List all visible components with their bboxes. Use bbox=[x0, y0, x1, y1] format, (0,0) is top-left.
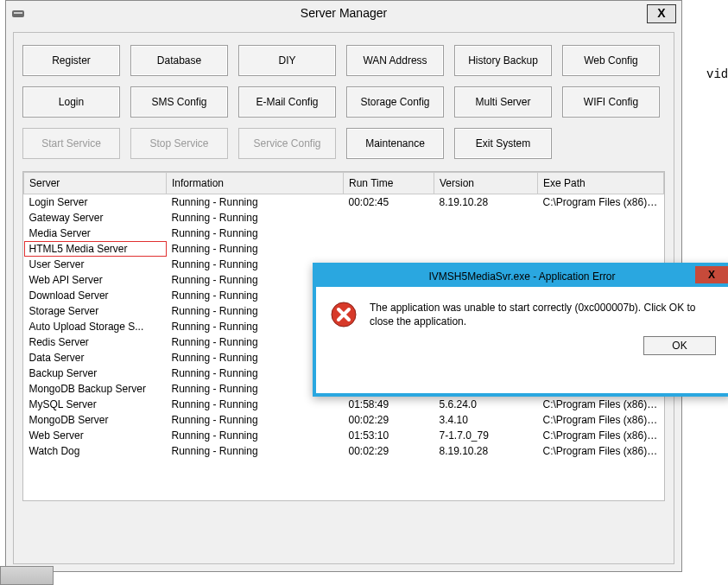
wan-address-button[interactable]: WAN Address bbox=[346, 45, 444, 76]
storage-config-button[interactable]: Storage Config bbox=[346, 86, 444, 118]
cell-ver bbox=[434, 210, 538, 226]
cell-path bbox=[538, 241, 664, 257]
cell-server: Login Server bbox=[24, 194, 167, 211]
cell-info: Running - Running bbox=[167, 443, 344, 459]
cell-server: User Server bbox=[24, 257, 167, 272]
dialog-close-button[interactable]: X bbox=[695, 266, 728, 283]
table-header-row: ServerInformationRun TimeVersionExe Path bbox=[24, 173, 664, 194]
cell-run bbox=[344, 226, 434, 241]
table-row[interactable]: Login ServerRunning - Running00:02:458.1… bbox=[24, 194, 664, 211]
artifact-text: vid bbox=[706, 67, 728, 81]
cell-ver: 5.6.24.0 bbox=[434, 397, 538, 412]
button-row-1: RegisterDatabaseDIYWAN AddressHistory Ba… bbox=[22, 45, 665, 76]
window-close-button[interactable]: X bbox=[647, 4, 676, 23]
column-header[interactable]: Version bbox=[434, 173, 538, 194]
maintenance-button[interactable]: Maintenance bbox=[346, 128, 444, 159]
error-icon bbox=[330, 301, 358, 331]
cell-run: 01:58:49 bbox=[344, 397, 434, 412]
cell-server: Backup Server bbox=[24, 366, 167, 381]
register-button[interactable]: Register bbox=[22, 45, 120, 76]
table-row[interactable]: MySQL ServerRunning - Running01:58:495.6… bbox=[24, 397, 664, 412]
table-row[interactable]: HTML5 Media ServerRunning - Running bbox=[24, 241, 664, 257]
cell-server: MongoDB Server bbox=[24, 412, 167, 428]
table-row[interactable]: Web ServerRunning - Running01:53:107-1.7… bbox=[24, 428, 664, 443]
dialog-footer: OK bbox=[316, 336, 728, 364]
cell-server: Web API Server bbox=[24, 272, 167, 288]
window-title: Server Manager bbox=[301, 6, 387, 20]
cell-info: Running - Running bbox=[167, 210, 344, 226]
cell-ver bbox=[434, 241, 538, 257]
cell-path: C:\Program Files (x86)\IV bbox=[538, 428, 664, 443]
wifi-config-button[interactable]: WIFI Config bbox=[562, 86, 660, 118]
dialog-titlebar: IVMSH5MediaSvr.exe - Application Error X bbox=[316, 266, 728, 287]
table-row[interactable]: Watch DogRunning - Running00:02:298.19.1… bbox=[24, 443, 664, 459]
cell-info: Running - Running bbox=[167, 241, 344, 257]
button-grid: RegisterDatabaseDIYWAN AddressHistory Ba… bbox=[22, 45, 665, 159]
cell-path: C:\Program Files (x86)\IV bbox=[538, 397, 664, 412]
cell-info: Running - Running bbox=[167, 397, 344, 412]
table-row[interactable]: MongoDB ServerRunning - Running00:02:293… bbox=[24, 412, 664, 428]
stop-service-button: Stop Service bbox=[130, 128, 228, 159]
cell-run: 00:02:45 bbox=[344, 194, 434, 211]
cell-ver: 7-1.7.0_79 bbox=[434, 428, 538, 443]
cell-ver: 8.19.10.28 bbox=[434, 194, 538, 211]
error-dialog: IVMSH5MediaSvr.exe - Application Error X… bbox=[313, 263, 728, 397]
cell-run bbox=[344, 210, 434, 226]
cell-info: Running - Running bbox=[167, 194, 344, 211]
diy-button[interactable]: DIY bbox=[238, 45, 336, 76]
cell-path bbox=[538, 226, 664, 241]
cell-path: C:\Program Files (x86)\IV bbox=[538, 194, 664, 211]
cell-run: 00:02:29 bbox=[344, 443, 434, 459]
cell-server: HTML5 Media Server bbox=[24, 241, 167, 257]
cell-server: MySQL Server bbox=[24, 397, 167, 412]
history-backup-button[interactable]: History Backup bbox=[454, 45, 552, 76]
button-row-3: Start ServiceStop ServiceService ConfigM… bbox=[22, 128, 665, 159]
dialog-ok-button[interactable]: OK bbox=[643, 336, 716, 355]
cell-path: C:\Program Files (x86)\IV bbox=[538, 443, 664, 459]
titlebar: Server Manager X bbox=[6, 1, 681, 25]
cell-server: Storage Server bbox=[24, 303, 167, 319]
cell-info: Running - Running bbox=[167, 428, 344, 443]
cell-server: Media Server bbox=[24, 226, 167, 241]
cell-server: MongoDB Backup Server bbox=[24, 381, 167, 397]
cell-server: Gateway Server bbox=[24, 210, 167, 226]
cell-path bbox=[538, 210, 664, 226]
taskbar-fragment bbox=[0, 566, 54, 585]
svg-rect-1 bbox=[14, 12, 22, 14]
cell-run: 00:02:29 bbox=[344, 412, 434, 428]
cell-run bbox=[344, 241, 434, 257]
dialog-body: The application was unable to start corr… bbox=[316, 287, 728, 336]
cell-server: Redis Server bbox=[24, 334, 167, 350]
service-config-button: Service Config bbox=[238, 128, 336, 159]
cell-server: Web Server bbox=[24, 428, 167, 443]
column-header[interactable]: Server bbox=[24, 173, 167, 194]
sms-config-button[interactable]: SMS Config bbox=[130, 86, 228, 118]
web-config-button[interactable]: Web Config bbox=[562, 45, 660, 76]
column-header[interactable]: Exe Path bbox=[538, 173, 664, 194]
app-icon bbox=[11, 5, 25, 19]
cell-ver bbox=[434, 226, 538, 241]
cell-server: Watch Dog bbox=[24, 443, 167, 459]
cell-server: Auto Upload Storage S... bbox=[24, 319, 167, 334]
button-row-2: LoginSMS ConfigE-Mail ConfigStorage Conf… bbox=[22, 86, 665, 118]
login-button[interactable]: Login bbox=[22, 86, 120, 118]
cell-info: Running - Running bbox=[167, 412, 344, 428]
table-row[interactable]: Gateway ServerRunning - Running bbox=[24, 210, 664, 226]
column-header[interactable]: Information bbox=[167, 173, 344, 194]
start-service-button: Start Service bbox=[22, 128, 120, 159]
cell-run: 01:53:10 bbox=[344, 428, 434, 443]
database-button[interactable]: Database bbox=[130, 45, 228, 76]
e-mail-config-button[interactable]: E-Mail Config bbox=[238, 86, 336, 118]
cell-server: Download Server bbox=[24, 288, 167, 303]
cell-info: Running - Running bbox=[167, 226, 344, 241]
cell-server: Data Server bbox=[24, 350, 167, 366]
cell-path: C:\Program Files (x86)\IV bbox=[538, 412, 664, 428]
multi-server-button[interactable]: Multi Server bbox=[454, 86, 552, 118]
cell-ver: 8.19.10.28 bbox=[434, 443, 538, 459]
cell-ver: 3.4.10 bbox=[434, 412, 538, 428]
dialog-title: IVMSH5MediaSvr.exe - Application Error bbox=[428, 270, 615, 283]
dialog-message: The application was unable to start corr… bbox=[370, 301, 714, 328]
exit-system-button[interactable]: Exit System bbox=[454, 128, 552, 159]
column-header[interactable]: Run Time bbox=[344, 173, 434, 194]
table-row[interactable]: Media ServerRunning - Running bbox=[24, 226, 664, 241]
